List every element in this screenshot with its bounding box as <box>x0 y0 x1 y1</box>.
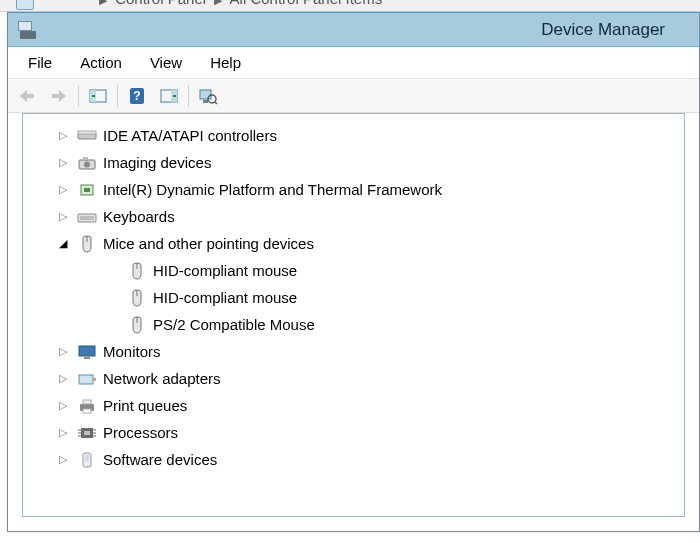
arrow-left-icon <box>17 88 37 104</box>
svg-point-13 <box>84 161 90 167</box>
tree-node-intel-dptf[interactable]: ▷ Intel(R) Dynamic Platform and Thermal … <box>27 176 680 203</box>
svg-rect-32 <box>84 431 90 435</box>
help-icon: ? <box>127 87 147 105</box>
menubar: File Action View Help <box>8 47 699 79</box>
tree-label: Mice and other pointing devices <box>103 230 314 257</box>
monitor-icon <box>77 343 97 361</box>
breadcrumb-item[interactable]: Control Panel <box>115 0 206 7</box>
tree-label: HID-compliant mouse <box>153 257 297 284</box>
breadcrumb-item[interactable]: All Control Panel Items <box>230 0 383 7</box>
software-device-icon <box>77 451 97 469</box>
svg-line-9 <box>215 102 217 104</box>
tree-node-processors[interactable]: ▷ Processors <box>27 419 680 446</box>
tree-node-ide[interactable]: ▷ IDE ATA/ATAPI controllers <box>27 122 680 149</box>
scan-hardware-icon <box>198 87 218 105</box>
window-title: Device Manager <box>541 20 665 40</box>
tree-label: Print queues <box>103 392 187 419</box>
mouse-icon <box>77 235 97 253</box>
mouse-icon <box>127 316 147 334</box>
svg-rect-7 <box>203 100 208 103</box>
expander-collapsed-icon[interactable]: ▷ <box>55 342 71 362</box>
tree-node-keyboards[interactable]: ▷ Keyboards <box>27 203 680 230</box>
svg-rect-25 <box>84 357 90 359</box>
menu-view[interactable]: View <box>136 50 196 75</box>
menu-file[interactable]: File <box>14 50 66 75</box>
help-button[interactable]: ? <box>124 83 150 109</box>
svg-rect-27 <box>93 378 96 381</box>
svg-rect-40 <box>85 455 89 461</box>
console-tree-icon <box>88 88 108 104</box>
tree-node-software-devices[interactable]: ▷ Software devices <box>27 446 680 473</box>
svg-text:?: ? <box>133 89 140 103</box>
device-manager-window: Device Manager File Action View Help <box>7 12 700 532</box>
tree-node-mouse-device[interactable]: HID-compliant mouse <box>27 284 680 311</box>
tree-label: Imaging devices <box>103 149 211 176</box>
expander-collapsed-icon[interactable]: ▷ <box>55 153 71 173</box>
tree-label: HID-compliant mouse <box>153 284 297 311</box>
keyboard-icon <box>77 208 97 226</box>
printer-icon <box>77 397 97 415</box>
toolbar-separator <box>117 85 118 107</box>
expander-collapsed-icon[interactable]: ▷ <box>55 180 71 200</box>
tree-node-imaging[interactable]: ▷ Imaging devices <box>27 149 680 176</box>
mouse-icon <box>127 262 147 280</box>
arrow-right-icon <box>49 88 69 104</box>
svg-rect-26 <box>79 375 93 384</box>
svg-rect-24 <box>79 346 95 356</box>
svg-rect-6 <box>200 90 211 99</box>
svg-rect-17 <box>78 214 96 222</box>
ide-controller-icon <box>77 127 97 145</box>
tree-label: Network adapters <box>103 365 221 392</box>
chevron-right-icon: ▶ <box>214 0 222 7</box>
network-adapter-icon <box>77 370 97 388</box>
expander-collapsed-icon[interactable]: ▷ <box>55 369 71 389</box>
titlebar: Device Manager <box>8 13 699 47</box>
expander-collapsed-icon[interactable]: ▷ <box>55 423 71 443</box>
tree-label: PS/2 Compatible Mouse <box>153 311 315 338</box>
svg-rect-29 <box>83 400 91 404</box>
camera-icon <box>77 154 97 172</box>
control-panel-icon <box>16 0 34 10</box>
expander-expanded-icon[interactable]: ◢ <box>55 234 71 254</box>
properties-button[interactable] <box>156 83 182 109</box>
tree-label: IDE ATA/ATAPI controllers <box>103 122 277 149</box>
menu-action[interactable]: Action <box>66 50 136 75</box>
tree-label: Keyboards <box>103 203 175 230</box>
device-tree-panel: ▷ IDE ATA/ATAPI controllers ▷ Imaging de… <box>22 113 685 517</box>
expander-collapsed-icon[interactable]: ▷ <box>55 207 71 227</box>
cpu-icon <box>77 424 97 442</box>
toolbar-separator <box>188 85 189 107</box>
tree-node-print-queues[interactable]: ▷ Print queues <box>27 392 680 419</box>
toolbar-separator <box>78 85 79 107</box>
svg-rect-30 <box>83 409 91 413</box>
forward-button[interactable] <box>46 83 72 109</box>
expander-collapsed-icon[interactable]: ▷ <box>55 450 71 470</box>
back-button[interactable] <box>14 83 40 109</box>
tree-label: Intel(R) Dynamic Platform and Thermal Fr… <box>103 176 442 203</box>
chip-icon <box>77 181 97 199</box>
svg-rect-11 <box>78 131 96 134</box>
tree-node-network[interactable]: ▷ Network adapters <box>27 365 680 392</box>
svg-rect-14 <box>83 157 88 160</box>
expander-collapsed-icon[interactable]: ▷ <box>55 396 71 416</box>
svg-rect-16 <box>84 188 90 192</box>
tree-node-monitors[interactable]: ▷ Monitors <box>27 338 680 365</box>
expander-collapsed-icon[interactable]: ▷ <box>55 126 71 146</box>
properties-pane-icon <box>159 88 179 104</box>
tree-label: Processors <box>103 419 178 446</box>
explorer-breadcrumb-strip: ▶ Control Panel ▶ All Control Panel Item… <box>0 0 700 12</box>
device-manager-icon <box>18 21 38 39</box>
tree-label: Monitors <box>103 338 161 365</box>
tree-label: Software devices <box>103 446 217 473</box>
tree-node-mice[interactable]: ◢ Mice and other pointing devices <box>27 230 680 257</box>
menu-help[interactable]: Help <box>196 50 255 75</box>
breadcrumb: ▶ Control Panel ▶ All Control Panel Item… <box>95 0 382 7</box>
tree-node-mouse-device[interactable]: HID-compliant mouse <box>27 257 680 284</box>
scan-hardware-button[interactable] <box>195 83 221 109</box>
chevron-right-icon: ▶ <box>99 0 107 7</box>
toolbar: ? <box>8 79 699 113</box>
device-tree[interactable]: ▷ IDE ATA/ATAPI controllers ▷ Imaging de… <box>23 114 684 481</box>
mouse-icon <box>127 289 147 307</box>
show-hide-console-button[interactable] <box>85 83 111 109</box>
tree-node-mouse-device[interactable]: PS/2 Compatible Mouse <box>27 311 680 338</box>
